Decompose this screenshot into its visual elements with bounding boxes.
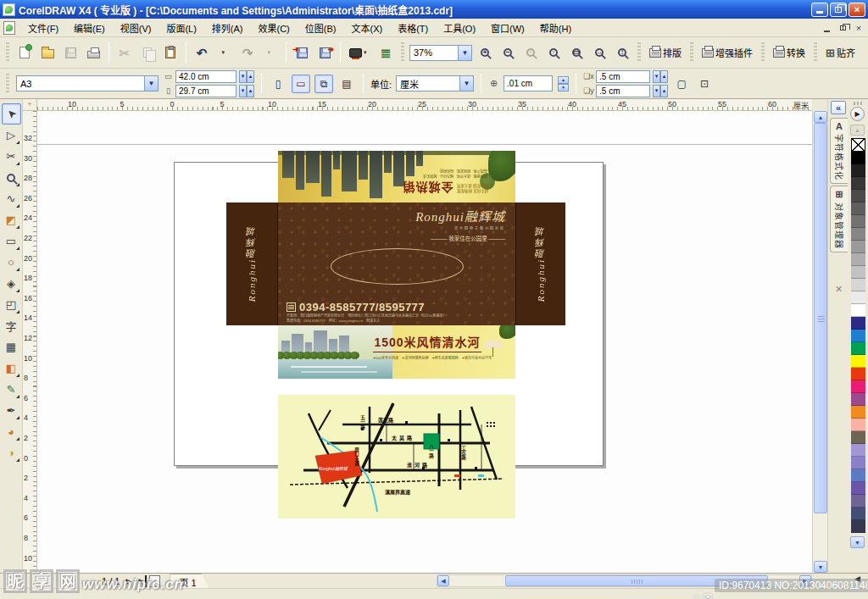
ruler-origin-corner[interactable]: + bbox=[23, 99, 37, 111]
rectangle-tool[interactable]: ▭ bbox=[2, 230, 21, 252]
vertical-scrollbar[interactable]: ▲ ▼ bbox=[812, 111, 827, 573]
dupy-spin-up[interactable]: ▲ bbox=[660, 85, 668, 97]
pick-tool[interactable]: ➤ bbox=[2, 103, 21, 125]
enhance-plugin-button[interactable]: 增强插件 bbox=[698, 42, 756, 63]
color-swatch-27[interactable] bbox=[851, 482, 865, 495]
menu-item-2[interactable]: 视图(V) bbox=[113, 21, 159, 36]
application-launcher-button[interactable]: ▾ bbox=[346, 42, 373, 63]
color-swatch-24[interactable] bbox=[851, 444, 865, 457]
palette-scroll-down-button[interactable]: ▼ bbox=[850, 536, 865, 548]
doc-minimize-button[interactable] bbox=[819, 21, 834, 34]
fill-tool[interactable]: ◕ bbox=[2, 421, 21, 442]
paper-type-combo[interactable]: A3 ▼ bbox=[16, 75, 159, 92]
artwork-brown-band[interactable]: Ronghui融辉城 Ronghui融辉城 Ronghui融辉城 滨水园林主题公… bbox=[226, 202, 565, 325]
color-swatch-17[interactable] bbox=[851, 355, 865, 368]
color-swatch-3[interactable] bbox=[851, 177, 865, 190]
nudge-field[interactable]: .01 cm bbox=[504, 75, 553, 92]
color-swatch-23[interactable] bbox=[851, 431, 865, 444]
menu-item-11[interactable]: 帮助(H) bbox=[532, 21, 579, 36]
palette-scroll-up-button[interactable]: ▲ bbox=[850, 125, 865, 136]
zoom-in-button[interactable]: + bbox=[475, 42, 495, 63]
color-swatch-12[interactable] bbox=[851, 291, 865, 304]
cut-button[interactable]: ✂ bbox=[114, 42, 135, 63]
palette-flyout-button[interactable]: ▶ bbox=[850, 107, 865, 121]
color-swatch-8[interactable] bbox=[851, 241, 865, 253]
page-tab[interactable]: 页 1 bbox=[170, 574, 209, 588]
docker-tab-character-formatting[interactable]: A 字符格式化 bbox=[830, 118, 848, 184]
basic-shapes-tool[interactable]: ◰ bbox=[2, 294, 21, 315]
units-combo-chevron-icon[interactable]: ▼ bbox=[459, 76, 473, 91]
color-swatch-28[interactable] bbox=[851, 495, 865, 507]
smart-fill-tool[interactable]: ◩ bbox=[2, 209, 21, 230]
units-combo[interactable]: 厘米 ▼ bbox=[396, 75, 474, 92]
table-tool[interactable]: ▦ bbox=[2, 336, 21, 358]
color-swatch-20[interactable] bbox=[851, 393, 865, 406]
zoom-page-width-button[interactable]: ↔ bbox=[589, 42, 609, 63]
doc-restore-button[interactable] bbox=[835, 21, 850, 34]
shape-tool[interactable]: ▷ bbox=[2, 125, 21, 146]
export-button[interactable]: ➜ bbox=[314, 42, 335, 63]
menu-item-5[interactable]: 效果(C) bbox=[251, 21, 298, 36]
toolbar-drag-handle[interactable] bbox=[690, 42, 693, 63]
new-document-button[interactable] bbox=[14, 42, 35, 63]
all-pages-button[interactable]: ⧉ bbox=[314, 75, 333, 93]
zoom-level-combo[interactable]: 37% ▼ bbox=[409, 45, 472, 61]
docker-tab-object-manager[interactable]: ⊞ 对象管理器 bbox=[830, 186, 848, 252]
color-swatch-14[interactable] bbox=[851, 317, 865, 330]
drawing-canvas[interactable]: 城市央区 醇熟配套 黄金旺铺 盛大发售 全城热销 ·园林景观· ·滨水华宅· ·… bbox=[37, 111, 812, 573]
menu-item-7[interactable]: 文本(X) bbox=[343, 21, 390, 36]
paper-width-field[interactable]: 42.0 cm bbox=[175, 70, 236, 83]
last-page-button[interactable]: ▶ bbox=[137, 575, 147, 587]
horizontal-scroll-thumb[interactable] bbox=[505, 575, 768, 586]
landscape-button[interactable]: ▭ bbox=[292, 75, 310, 93]
color-swatch-25[interactable] bbox=[851, 457, 865, 469]
paste-button[interactable] bbox=[160, 42, 181, 63]
convert-plugin-button[interactable]: 转换 bbox=[770, 42, 809, 63]
horizontal-guideline[interactable] bbox=[37, 144, 812, 145]
menu-item-4[interactable]: 排列(A) bbox=[204, 21, 251, 36]
palette-drag-handle[interactable] bbox=[854, 102, 862, 105]
layout-plugin-button[interactable]: 排版 bbox=[646, 42, 685, 63]
color-swatch-7[interactable] bbox=[851, 228, 865, 241]
next-page-button[interactable]: ▶ bbox=[122, 575, 135, 587]
doc-close-button[interactable]: × bbox=[851, 21, 866, 34]
nudge-spin-down[interactable]: ▼ bbox=[558, 84, 569, 92]
color-swatch-15[interactable] bbox=[851, 330, 865, 342]
marquee-select-mode-button[interactable]: ⊡ bbox=[695, 75, 714, 93]
toolbar-drag-handle[interactable] bbox=[761, 42, 765, 63]
toolbar-drag-handle[interactable] bbox=[401, 42, 404, 63]
vertical-scroll-thumb[interactable] bbox=[814, 123, 827, 513]
restore-button[interactable] bbox=[830, 3, 847, 17]
menu-item-3[interactable]: 版面(L) bbox=[159, 21, 203, 36]
color-swatch-11[interactable] bbox=[851, 279, 865, 291]
save-button[interactable] bbox=[60, 42, 81, 63]
color-swatch-16[interactable] bbox=[851, 342, 865, 355]
color-swatch-6[interactable] bbox=[851, 215, 865, 228]
zoom-all-objects-button[interactable]: ◦ bbox=[543, 42, 564, 63]
color-swatch-22[interactable] bbox=[851, 419, 865, 431]
blend-tool[interactable]: ◧ bbox=[2, 358, 21, 379]
dupx-spin-down[interactable]: ▼ bbox=[653, 70, 660, 83]
scroll-left-button[interactable]: ◀ bbox=[437, 575, 449, 586]
artwork-bottom-flap[interactable]: 1500米风情清水河 ✦500米亲水栈道 ✦滨河风情商业街 ✦原生态景观园林 ✦… bbox=[278, 325, 515, 379]
width-spin-down[interactable]: ▼ bbox=[239, 70, 247, 83]
print-button[interactable] bbox=[83, 42, 103, 63]
ellipse-tool[interactable]: ○ bbox=[2, 252, 21, 273]
outline-pen-tool[interactable]: ✒ bbox=[2, 400, 21, 421]
crop-tool[interactable]: ✂ bbox=[2, 146, 21, 167]
menu-item-0[interactable]: 文件(F) bbox=[20, 21, 66, 36]
color-swatch-1[interactable] bbox=[851, 152, 865, 164]
polygon-tool[interactable]: ◈ bbox=[2, 273, 21, 294]
dupy-spin-down[interactable]: ▼ bbox=[653, 85, 660, 97]
menu-item-9[interactable]: 工具(O) bbox=[436, 21, 483, 36]
color-swatch-9[interactable] bbox=[851, 253, 865, 266]
snap-to-button[interactable]: ⊞贴齐 bbox=[822, 42, 859, 63]
horizontal-scrollbar[interactable]: ◀ ▶ bbox=[437, 574, 812, 587]
color-swatch-19[interactable] bbox=[851, 380, 865, 393]
color-swatch-29[interactable] bbox=[851, 507, 865, 520]
dupx-spin-up[interactable]: ▲ bbox=[660, 70, 668, 83]
scroll-up-button[interactable]: ▲ bbox=[814, 111, 827, 123]
redo-button[interactable]: ↷ bbox=[237, 42, 258, 63]
docker-close-button[interactable]: ✕ bbox=[833, 284, 844, 295]
paper-combo-chevron-icon[interactable]: ▼ bbox=[144, 76, 158, 91]
